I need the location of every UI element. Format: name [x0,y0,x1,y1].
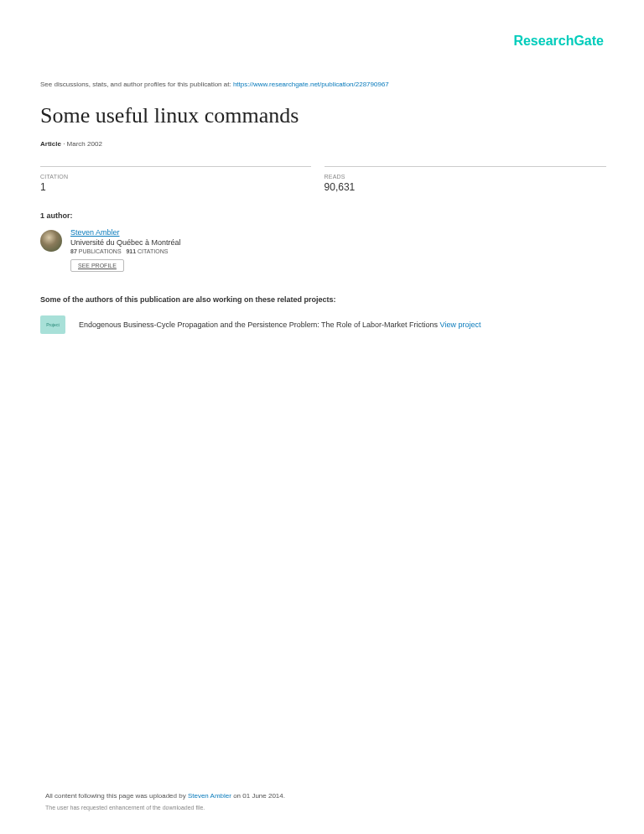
publication-link[interactable]: https://www.researchgate.net/publication… [233,81,389,88]
publication-title: Some useful linux commands [40,103,604,128]
discussions-text: See discussions, stats, and author profi… [40,81,604,88]
authors-count-label: 1 author: [40,211,604,220]
footer-author-link[interactable]: Steven Ambler [188,792,231,800]
citation-label: CITATION [40,174,311,180]
author-name-link[interactable]: Steven Ambler [70,228,181,237]
researchgate-logo[interactable]: ResearchGate [40,34,604,49]
article-type: Article [40,140,61,148]
see-profile-button[interactable]: SEE PROFILE [70,259,124,272]
project-text: Endogenous Business-Cycle Propagation an… [79,321,480,329]
view-project-link[interactable]: View project [440,321,481,329]
stats-row: CITATION 1 READS 90,631 [40,166,604,193]
related-projects-label: Some of the authors of this publication … [40,295,604,304]
author-avatar[interactable] [40,230,62,252]
footer: All content following this page was uplo… [45,792,604,811]
citation-value: 1 [40,181,311,193]
reads-block: READS 90,631 [325,166,606,193]
project-title: Endogenous Business-Cycle Propagation an… [79,321,440,329]
author-affiliation: Université du Québec à Montréal [70,238,181,247]
discussions-prefix: See discussions, stats, and author profi… [40,81,233,88]
footer-upload-note: All content following this page was uplo… [45,792,604,800]
reads-value: 90,631 [325,181,606,193]
article-meta: Article · March 2002 [40,140,604,148]
project-row: Project Endogenous Business-Cycle Propag… [40,315,604,334]
footer-enhancement-note: The user has requested enhancement of th… [45,805,604,811]
reads-label: READS [325,174,606,180]
article-date: March 2002 [67,140,102,148]
author-stats: 87 PUBLICATIONS 911 CITATIONS [70,248,181,254]
citation-block: CITATION 1 [40,166,311,193]
project-badge-icon: Project [40,315,65,334]
author-row: Steven Ambler Université du Québec à Mon… [40,228,604,272]
